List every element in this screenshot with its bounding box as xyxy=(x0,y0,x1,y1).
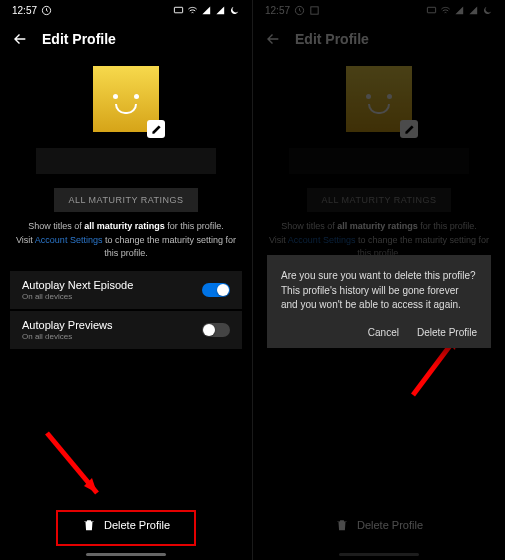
moon-icon xyxy=(482,5,493,16)
phone-right: 12:57 Edit Profile ALL MATURITY RATINGS xyxy=(253,0,505,560)
trash-icon xyxy=(335,518,349,532)
wifi-icon xyxy=(187,5,198,16)
account-settings-link[interactable]: Account Settings xyxy=(35,235,103,245)
page-title: Edit Profile xyxy=(295,31,369,47)
status-time: 12:57 xyxy=(265,5,290,16)
toggle-autoplay-next[interactable] xyxy=(202,283,230,297)
home-indicator xyxy=(339,553,419,556)
delete-profile-button[interactable]: Delete Profile xyxy=(68,510,184,540)
clock-icon xyxy=(294,5,305,16)
clock-icon xyxy=(41,5,52,16)
bottom-area: Delete Profile xyxy=(0,480,252,560)
edit-avatar-button[interactable] xyxy=(147,120,165,138)
avatar[interactable] xyxy=(93,66,159,132)
maturity-description: Show titles of all maturity ratings for … xyxy=(10,220,242,261)
toggle-autoplay-previews[interactable] xyxy=(202,323,230,337)
maturity-button[interactable]: ALL MATURITY RATINGS xyxy=(54,188,197,212)
status-time: 12:57 xyxy=(12,5,37,16)
cast-icon xyxy=(426,5,437,16)
account-settings-link[interactable]: Account Settings xyxy=(288,235,356,245)
setting-autoplay-next: Autoplay Next Episode On all devices xyxy=(10,271,242,309)
pencil-icon xyxy=(404,124,415,135)
home-indicator xyxy=(86,553,166,556)
signal-icon xyxy=(215,5,226,16)
svg-rect-4 xyxy=(427,7,435,12)
moon-icon xyxy=(229,5,240,16)
album-icon xyxy=(309,5,320,16)
back-icon[interactable] xyxy=(12,31,28,47)
dialog-cancel-button[interactable]: Cancel xyxy=(368,327,399,338)
trash-icon xyxy=(82,518,96,532)
content: ALL MATURITY RATINGS Show titles of all … xyxy=(253,58,505,271)
wifi-icon xyxy=(440,5,451,16)
maturity-button[interactable]: ALL MATURITY RATINGS xyxy=(307,188,450,212)
dialog-message: Are you sure you want to delete this pro… xyxy=(281,269,477,313)
signal-icon xyxy=(454,5,465,16)
back-icon[interactable] xyxy=(265,31,281,47)
header: Edit Profile xyxy=(253,20,505,58)
signal-icon xyxy=(201,5,212,16)
signal-icon xyxy=(468,5,479,16)
content: ALL MATURITY RATINGS Show titles of all … xyxy=(0,58,252,351)
dialog-confirm-button[interactable]: Delete Profile xyxy=(417,327,477,338)
svg-rect-3 xyxy=(311,6,318,13)
delete-profile-button[interactable]: Delete Profile xyxy=(321,510,437,540)
bottom-area: Delete Profile xyxy=(253,480,505,560)
header: Edit Profile xyxy=(0,20,252,58)
status-bar: 12:57 xyxy=(0,0,252,20)
page-title: Edit Profile xyxy=(42,31,116,47)
profile-name-input[interactable] xyxy=(36,148,216,174)
pencil-icon xyxy=(151,124,162,135)
avatar[interactable] xyxy=(346,66,412,132)
profile-name-input[interactable] xyxy=(289,148,469,174)
edit-avatar-button[interactable] xyxy=(400,120,418,138)
status-bar: 12:57 xyxy=(253,0,505,20)
cast-icon xyxy=(173,5,184,16)
confirm-delete-dialog: Are you sure you want to delete this pro… xyxy=(267,255,491,348)
svg-rect-1 xyxy=(174,7,182,12)
phone-left: 12:57 Edit Profile ALL MATURITY RATINGS … xyxy=(0,0,252,560)
setting-autoplay-previews: Autoplay Previews On all devices xyxy=(10,311,242,349)
